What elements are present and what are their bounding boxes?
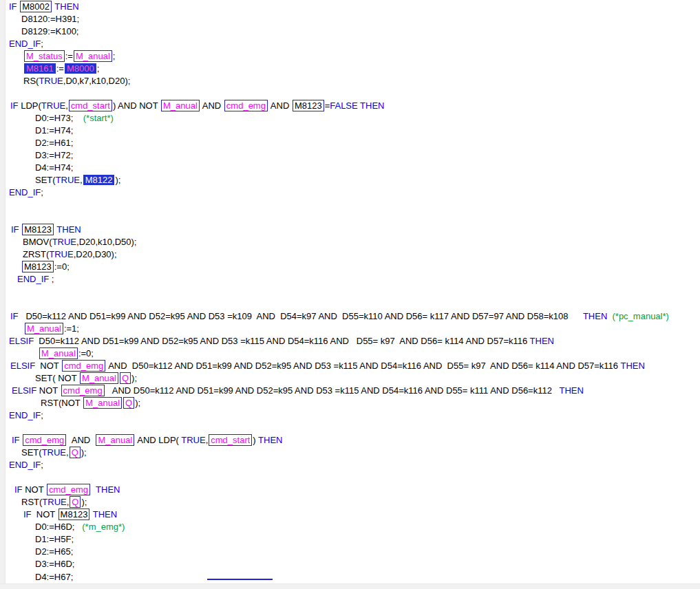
code-line[interactable]: RS(TRUE,D0,k7,k10,D20);: [6, 75, 700, 87]
code-editor[interactable]: IF M8002 THEND8120:=H391;D8129:=K100;END…: [6, 1, 700, 583]
variable-box[interactable]: M_anual: [80, 372, 118, 384]
selected-device[interactable]: M8122: [83, 175, 115, 185]
code-line[interactable]: IF cmd_emg AND M_anual AND LDP( TRUE,cmd…: [6, 434, 700, 447]
keyword: TRUE: [181, 435, 205, 445]
code-line[interactable]: ELSIF D50=k112 AND D51=k99 AND D52=k95 A…: [6, 335, 700, 347]
keyword: END_IF: [17, 274, 49, 284]
code-line[interactable]: IF M8002 THEN: [6, 1, 700, 13]
code-text: SET(: [35, 175, 56, 185]
code-text: ;: [41, 460, 43, 470]
selected-variable[interactable]: M8161: [24, 63, 56, 74]
code-line[interactable]: M8123:=0;: [6, 261, 700, 273]
variable-box[interactable]: cmd_emg: [62, 360, 105, 372]
code-line[interactable]: BMOV(TRUE,D20,k10,D50);: [6, 236, 700, 248]
code-text: ,D0,k7,k10,D20);: [63, 76, 131, 86]
cursor-underline[interactable]: [207, 570, 273, 580]
keyword: ELSIF: [10, 361, 35, 371]
device-box[interactable]: M8123: [59, 508, 90, 520]
variable-box[interactable]: Q: [70, 496, 81, 508]
code-text: );: [81, 497, 87, 507]
code-line[interactable]: [6, 422, 700, 434]
code-line[interactable]: D8120:=H391;: [6, 13, 700, 25]
variable-box[interactable]: cmd_start: [209, 434, 252, 446]
code-lines: IF M8002 THEND8120:=H391;D8129:=K100;END…: [6, 1, 700, 583]
variable-box[interactable]: Q: [123, 397, 134, 409]
variable-box[interactable]: M_anual: [39, 347, 78, 359]
code-line[interactable]: IF NOT M8123 THEN: [6, 508, 700, 521]
code-line[interactable]: D3:=H72;: [6, 149, 700, 162]
variable-box[interactable]: cmd_emg: [61, 385, 105, 396]
device-box[interactable]: M8123: [293, 100, 324, 111]
variable-box[interactable]: cmd_emg: [47, 484, 90, 495]
variable-box[interactable]: M_anual: [25, 323, 63, 334]
code-line[interactable]: END_IF;: [6, 409, 700, 422]
variable-box[interactable]: cmd_emg: [23, 434, 66, 446]
code-line[interactable]: D2:=H61;: [6, 137, 700, 149]
variable-box[interactable]: M_anual: [96, 434, 134, 446]
code-line[interactable]: END_IF;: [6, 38, 700, 50]
horizontal-scrollbar[interactable]: [0, 583, 700, 589]
keyword: IF: [10, 100, 21, 111]
device-box[interactable]: M8123: [22, 224, 54, 235]
code-line[interactable]: ZRST(TRUE,D20,D30);: [6, 248, 700, 261]
code-line[interactable]: D0:=H6D; (*m_emg*): [6, 521, 700, 533]
code-line[interactable]: IF NOT cmd_emg THEN: [6, 484, 700, 496]
code-text: RS(: [23, 76, 39, 86]
code-text: D0:=H73;: [35, 113, 73, 123]
code-line[interactable]: SET( NOT M_anualQ);: [6, 372, 700, 385]
keyword: ELSIF: [12, 385, 36, 396]
code-line[interactable]: D0:=H73; (*start*): [6, 112, 700, 125]
keyword: ELSIF: [9, 336, 34, 346]
code-text: D3:=H72;: [35, 150, 73, 160]
code-line[interactable]: ELSIF NOT cmd_emg AND D50=k112 AND D51=k…: [6, 385, 700, 397]
code-line[interactable]: M8161:=M8000;: [6, 63, 700, 75]
code-line[interactable]: [6, 286, 700, 298]
code-line[interactable]: END_IF ;: [6, 273, 700, 286]
code-line[interactable]: M_anual:=1;: [6, 323, 700, 335]
code-line[interactable]: [6, 211, 700, 224]
keyword: TRUE: [39, 76, 63, 86]
code-line[interactable]: RST(NOT M_anualQ);: [6, 397, 700, 409]
variable-box[interactable]: M_anual: [161, 100, 200, 111]
code-line[interactable]: D1:=H74;: [6, 125, 700, 137]
variable-box[interactable]: Q: [120, 372, 131, 384]
code-text: ) AND NOT: [113, 100, 160, 111]
code-line[interactable]: M_status:=M_anual;: [6, 50, 700, 63]
code-text: );: [115, 175, 120, 185]
code-line[interactable]: IF LDP(TRUE,cmd_start) AND NOT M_anual A…: [6, 100, 700, 112]
code-line[interactable]: D4:=H74;: [6, 162, 700, 174]
selected-variable[interactable]: M8000: [65, 63, 96, 74]
code-text: :=0;: [54, 261, 70, 272]
code-line[interactable]: END_IF;: [6, 459, 700, 471]
keyword: THEN: [54, 1, 78, 12]
variable-box[interactable]: M_anual: [74, 50, 112, 62]
code-line[interactable]: [6, 87, 700, 100]
code-line[interactable]: [6, 199, 700, 211]
variable-box[interactable]: M_anual: [83, 397, 122, 409]
variable-box[interactable]: cmd_emg: [224, 100, 268, 111]
code-line[interactable]: RST(TRUE,Q);: [6, 496, 700, 508]
code-line[interactable]: [6, 471, 700, 484]
code-line[interactable]: D3:=H6D;: [6, 558, 700, 570]
code-line[interactable]: END_IF;: [6, 186, 700, 199]
variable-box[interactable]: Q: [70, 447, 81, 458]
code-line[interactable]: D4:=H67;: [6, 570, 700, 583]
code-line[interactable]: D1:=H5F;: [6, 533, 700, 546]
code-line[interactable]: [6, 298, 700, 310]
code-text: BMOV(: [23, 237, 52, 247]
code-line[interactable]: SET(TRUE,Q);: [6, 447, 700, 459]
code-text: AND LDP(: [135, 435, 181, 445]
device-box[interactable]: M8002: [20, 1, 52, 12]
code-line[interactable]: SET(TRUE,M8122);: [6, 174, 700, 186]
code-text: );: [131, 373, 137, 383]
device-box[interactable]: M8123: [22, 261, 54, 272]
code-line[interactable]: ELSIF NOT cmd_emg AND D50=k112 AND D51=k…: [6, 360, 700, 372]
code-line[interactable]: D8129:=K100;: [6, 25, 700, 38]
code-line[interactable]: IF M8123 THEN: [6, 224, 700, 236]
code-line[interactable]: IF D50=k112 AND D51=k99 AND D52=k95 AND …: [6, 310, 700, 323]
code-line[interactable]: D2:=H65;: [6, 546, 700, 558]
code-line[interactable]: M_anual:=0;: [6, 347, 700, 360]
variable-box[interactable]: cmd_start: [69, 100, 112, 111]
keyword: END_IF: [9, 410, 41, 420]
variable-box[interactable]: M_status: [24, 50, 65, 62]
